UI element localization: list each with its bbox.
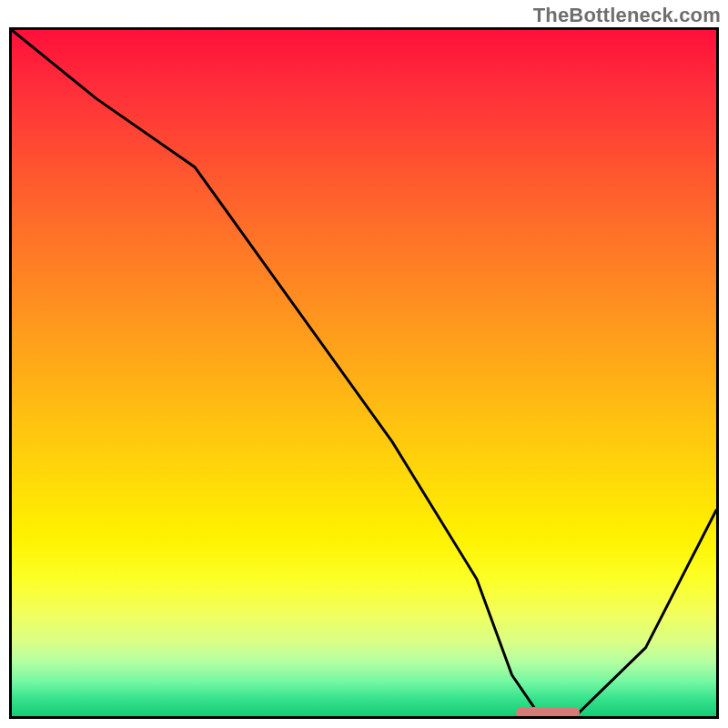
plot-frame xyxy=(9,27,719,719)
bottleneck-curve xyxy=(12,30,716,716)
optimal-range-marker xyxy=(516,707,580,718)
curve-svg xyxy=(12,30,716,716)
watermark-text: TheBottleneck.com xyxy=(533,4,721,27)
chart-container: TheBottleneck.com xyxy=(0,0,728,728)
